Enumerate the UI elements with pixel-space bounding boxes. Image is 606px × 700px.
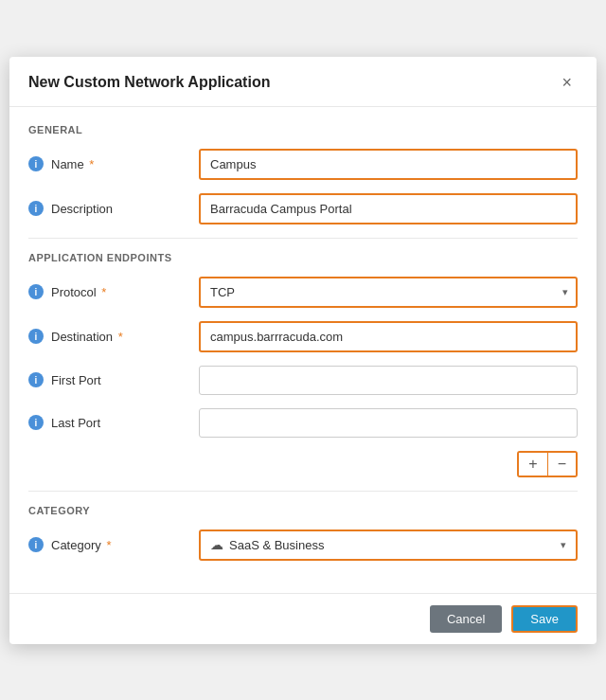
description-label: Description [51,202,113,216]
category-section-label: CATEGORY [28,505,578,516]
last-port-input-wrapper [199,408,578,438]
category-row: i Category * ☁ SaaS & Business Business … [28,529,578,561]
description-label-area: i Description [28,201,199,216]
last-port-label-area: i Last Port [28,415,199,430]
name-row: i Name * [28,149,578,180]
description-input[interactable] [199,193,578,224]
add-remove-row: + − [28,451,578,477]
modal-footer: Cancel Save [9,593,597,644]
modal-title: New Custom Network Application [28,74,270,91]
cancel-button[interactable]: Cancel [430,605,502,633]
destination-row: i Destination * [28,321,578,352]
name-label-area: i Name * [28,156,199,171]
modal-body: GENERAL i Name * i Description [9,107,597,593]
add-endpoint-button[interactable]: + [519,453,546,476]
protocol-label-area: i Protocol * [28,284,199,299]
remove-endpoint-button[interactable]: − [548,453,576,476]
first-port-info-icon: i [28,372,44,387]
general-section-label: GENERAL [28,124,578,135]
protocol-select[interactable]: TCP UDP ICMP [199,277,578,308]
name-input-wrapper [199,149,578,180]
first-port-label-area: i First Port [28,372,199,387]
close-button[interactable]: × [556,72,578,93]
modal-dialog: New Custom Network Application × GENERAL… [9,57,597,644]
description-row: i Description [28,193,578,224]
first-port-row: i First Port [28,366,578,395]
destination-info-icon: i [28,329,44,344]
protocol-dropdown: TCP UDP ICMP ▾ [199,277,578,308]
section-divider-2 [28,491,578,492]
name-info-icon: i [28,156,44,171]
destination-input-wrapper [199,321,578,352]
plus-minus-group: + − [517,451,578,477]
name-label: Name * [51,157,94,171]
category-select[interactable]: SaaS & Business Business Social Media En… [223,531,576,559]
last-port-row: i Last Port [28,408,578,438]
first-port-input[interactable] [199,366,578,395]
last-port-label: Last Port [51,416,100,430]
last-port-info-icon: i [28,415,44,430]
category-label-area: i Category * [28,537,199,552]
category-dropdown: ☁ SaaS & Business Business Social Media … [199,529,578,561]
endpoints-section-label: APPLICATION ENDPOINTS [28,252,578,263]
first-port-input-wrapper [199,366,578,395]
destination-label: Destination * [51,330,123,344]
category-label: Category * [51,538,111,552]
first-port-label: First Port [51,373,101,387]
protocol-select-wrapper: TCP UDP ICMP ▾ [199,277,578,308]
category-select-wrapper: ☁ SaaS & Business Business Social Media … [199,529,578,561]
destination-label-area: i Destination * [28,329,199,344]
description-input-wrapper [199,193,578,224]
destination-input[interactable] [199,321,578,352]
section-divider-1 [28,238,578,239]
cloud-icon: ☁ [210,537,223,552]
name-input[interactable] [199,149,578,180]
description-info-icon: i [28,201,44,216]
protocol-label: Protocol * [51,285,106,299]
category-info-icon: i [28,537,44,552]
modal-header: New Custom Network Application × [9,57,597,107]
protocol-info-icon: i [28,284,44,299]
last-port-input[interactable] [199,408,578,438]
protocol-row: i Protocol * TCP UDP ICMP ▾ [28,277,578,308]
save-button[interactable]: Save [511,605,578,633]
